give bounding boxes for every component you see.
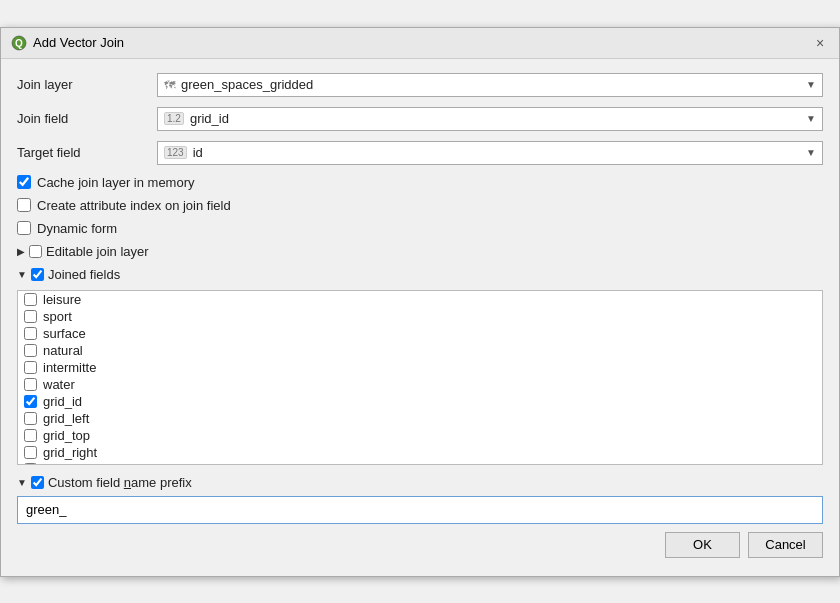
- title-bar-left: Q Add Vector Join: [11, 35, 124, 51]
- list-item: grid_botto: [18, 461, 822, 465]
- field-checkbox[interactable]: [24, 463, 37, 465]
- create-index-row: Create attribute index on join field: [17, 198, 823, 213]
- field-name-label: surface: [43, 326, 86, 341]
- target-field-label: Target field: [17, 145, 157, 160]
- title-bar: Q Add Vector Join ×: [1, 28, 839, 59]
- list-item: grid_id: [18, 393, 822, 410]
- field-name-label: grid_left: [43, 411, 89, 426]
- field-checkbox[interactable]: [24, 344, 37, 357]
- join-layer-row: Join layer 🗺 green_spaces_gridded ▼: [17, 73, 823, 97]
- close-button[interactable]: ×: [811, 34, 829, 52]
- field-checkbox[interactable]: [24, 293, 37, 306]
- field-checkbox[interactable]: [24, 412, 37, 425]
- joined-fields-label: Joined fields: [48, 267, 120, 282]
- field-name-label: grid_top: [43, 428, 90, 443]
- fields-list[interactable]: leisuresportsurfacenaturalintermittewate…: [17, 290, 823, 465]
- joined-fields-expander[interactable]: ▼: [17, 269, 27, 280]
- cancel-button[interactable]: Cancel: [748, 532, 823, 558]
- create-index-label: Create attribute index on join field: [37, 198, 231, 213]
- field-name-label: natural: [43, 343, 83, 358]
- join-field-label: Join field: [17, 111, 157, 126]
- field-checkbox[interactable]: [24, 378, 37, 391]
- editable-join-expander[interactable]: ▶: [17, 246, 25, 257]
- join-field-value: grid_id: [190, 111, 229, 126]
- field-checkbox[interactable]: [24, 429, 37, 442]
- list-item: grid_left: [18, 410, 822, 427]
- list-item: surface: [18, 325, 822, 342]
- custom-prefix-header-row: ▼ Custom field name prefix: [17, 475, 823, 490]
- field-name-label: leisure: [43, 292, 81, 307]
- joined-fields-header-row: ▼ Joined fields: [17, 267, 823, 282]
- field-checkbox[interactable]: [24, 310, 37, 323]
- dynamic-form-row: Dynamic form: [17, 221, 823, 236]
- create-index-checkbox[interactable]: [17, 198, 31, 212]
- cache-join-checkbox[interactable]: [17, 175, 31, 189]
- target-field-dropdown-arrow: ▼: [806, 147, 816, 158]
- custom-prefix-expander[interactable]: ▼: [17, 477, 27, 488]
- editable-join-label: Editable join layer: [46, 244, 149, 259]
- field-name-label: grid_id: [43, 394, 82, 409]
- field-name-label: grid_right: [43, 445, 97, 460]
- join-layer-value: green_spaces_gridded: [181, 77, 313, 92]
- target-field-type-icon: 123: [164, 146, 187, 159]
- cache-join-row: Cache join layer in memory: [17, 175, 823, 190]
- editable-join-row: ▶ Editable join layer: [17, 244, 823, 259]
- custom-prefix-label: Custom field name prefix: [48, 475, 192, 490]
- list-item: grid_right: [18, 444, 822, 461]
- prefix-input-row: [17, 496, 823, 524]
- cache-join-label: Cache join layer in memory: [37, 175, 195, 190]
- join-layer-select[interactable]: 🗺 green_spaces_gridded ▼: [157, 73, 823, 97]
- target-field-value: id: [193, 145, 203, 160]
- dialog-title: Add Vector Join: [33, 35, 124, 50]
- join-layer-dropdown-arrow: ▼: [806, 79, 816, 90]
- join-layer-label: Join layer: [17, 77, 157, 92]
- dynamic-form-label: Dynamic form: [37, 221, 117, 236]
- button-row: OK Cancel: [17, 524, 823, 562]
- svg-text:Q: Q: [15, 38, 23, 49]
- field-name-label: sport: [43, 309, 72, 324]
- custom-prefix-checkbox[interactable]: [31, 476, 44, 489]
- field-name-label: water: [43, 377, 75, 392]
- field-checkbox[interactable]: [24, 446, 37, 459]
- target-field-row: Target field 123 id ▼: [17, 141, 823, 165]
- join-layer-icon: 🗺: [164, 79, 175, 91]
- editable-join-checkbox[interactable]: [29, 245, 42, 258]
- list-item: leisure: [18, 291, 822, 308]
- join-field-type-icon: 1.2: [164, 112, 184, 125]
- field-name-label: grid_botto: [43, 462, 101, 465]
- join-field-row: Join field 1.2 grid_id ▼: [17, 107, 823, 131]
- join-field-dropdown-arrow: ▼: [806, 113, 816, 124]
- field-checkbox[interactable]: [24, 327, 37, 340]
- add-vector-join-dialog: Q Add Vector Join × Join layer 🗺 green_s…: [0, 27, 840, 577]
- list-item: intermitte: [18, 359, 822, 376]
- dialog-content: Join layer 🗺 green_spaces_gridded ▼ Join…: [1, 59, 839, 576]
- ok-button[interactable]: OK: [665, 532, 740, 558]
- prefix-input[interactable]: [17, 496, 823, 524]
- dynamic-form-checkbox[interactable]: [17, 221, 31, 235]
- joined-fields-checkbox[interactable]: [31, 268, 44, 281]
- qgis-icon: Q: [11, 35, 27, 51]
- field-checkbox[interactable]: [24, 361, 37, 374]
- list-item: sport: [18, 308, 822, 325]
- list-item: grid_top: [18, 427, 822, 444]
- target-field-select[interactable]: 123 id ▼: [157, 141, 823, 165]
- field-name-label: intermitte: [43, 360, 96, 375]
- list-item: water: [18, 376, 822, 393]
- join-field-select[interactable]: 1.2 grid_id ▼: [157, 107, 823, 131]
- field-checkbox[interactable]: [24, 395, 37, 408]
- list-item: natural: [18, 342, 822, 359]
